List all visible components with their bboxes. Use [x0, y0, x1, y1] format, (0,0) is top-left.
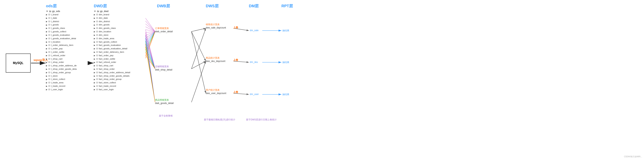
svg-line-25 [146, 44, 155, 69]
svg-line-36 [192, 28, 206, 31]
rpt-2: 抽结果 [282, 61, 289, 64]
dm-user: dm_user [250, 93, 259, 96]
dwd-tree-item: ▶⊞fact_goods_evaluation [94, 44, 130, 47]
dwd-tree-item: ▶⊞fact_goods_evaluation_detail [94, 47, 130, 50]
dwd-tree-item: ▶⊞fact_goods_collect [94, 40, 130, 44]
svg-line-18 [146, 31, 155, 55]
svg-line-7 [146, 24, 155, 31]
dwd-tree-item: ▶⊞fact_shop_order [94, 67, 130, 71]
dwd-items-container: ▶⊞dim_brand▶⊞dim_date▶⊞dim_district▶⊞dim… [94, 13, 130, 91]
dwd-layer-header: DWD层 [94, 3, 107, 8]
dm-note: 基于DWS层进行日期上卷统计 [246, 118, 277, 121]
svg-line-38 [192, 31, 206, 93]
svg-line-22 [146, 35, 155, 69]
dwd-tree-item: ▶⊞dim_location [94, 30, 130, 33]
dws-user-label: 用户统计宽表 [206, 88, 220, 92]
svg-line-24 [146, 41, 155, 69]
dwb-order-sublabel: dwb_order_detail [155, 30, 173, 33]
dwd-tree-item: ▶⊞fact_order_settle [94, 57, 130, 61]
dwd-tree-item: ▶⊞fact_refund_order [94, 61, 130, 64]
ods-tree-item: ▶⊞t_user_login [46, 88, 76, 91]
svg-line-41 [192, 61, 206, 102]
svg-line-23 [146, 38, 155, 69]
ods-tree-item: ▶⊞t_shop_order_group [46, 71, 76, 74]
svg-line-39 [192, 28, 206, 69]
svg-line-14 [146, 31, 155, 44]
dwb-goods-label: 商品明细宽表 [155, 98, 169, 102]
mysql-label: MySQL [13, 61, 23, 65]
svg-line-11 [146, 31, 155, 35]
dwd-tree-item: ▶⊞fact_store_collect [94, 81, 130, 84]
ods-tree-item: ▶⊞t_district [46, 20, 76, 23]
dwb-goods-sublabel: dwb_goods_detail [155, 102, 174, 105]
svg-line-27 [146, 50, 155, 69]
up-roll-3: 上卷 [233, 90, 238, 94]
svg-line-34 [146, 44, 155, 102]
svg-line-10 [146, 31, 155, 32]
sqoop-label: sqoop导入 [34, 58, 48, 62]
ods-tree-item: ▶⊞t_shop_order_address_de [46, 64, 76, 67]
watermark: CSDN©陈万进AllRi... [624, 155, 642, 158]
ods-tree-item: ▶⊞t_brand [46, 13, 76, 16]
dwd-tree-item: ▶⊞dim_goods_class [94, 26, 130, 30]
ods-tree-item: ▶⊞t_location [46, 40, 76, 44]
svg-line-35 [146, 47, 155, 102]
svg-line-33 [146, 41, 155, 102]
mysql-box: MySQL [6, 53, 31, 73]
ods-tree-item: ▶⊞t_shop_order [46, 61, 76, 64]
svg-line-5 [146, 18, 155, 31]
ods-tree-item: ▶⊞t_goods [46, 23, 76, 26]
dwd-tree-item: ▶⊞fact_trade_record [94, 84, 130, 88]
svg-line-12 [146, 31, 155, 38]
ods-tree-item: ▶⊞t_date [46, 16, 76, 20]
dws-sale-sublabel: dws_sale_daycount [206, 26, 226, 29]
ods-items-container: ▶⊞t_brand▶⊞t_date▶⊞t_district▶⊞t_goods▶⊞… [46, 13, 76, 91]
dwd-tree-title: ▼ 🗂 yp_dwd [94, 10, 130, 13]
ods-tree-title: ▼ 🗂 yp_ods [46, 10, 76, 13]
dwd-tree: ▼ 🗂 yp_dwd ▶⊞dim_brand▶⊞dim_date▶⊞dim_di… [94, 10, 130, 91]
ods-tree-item: ▶⊞t_store_collect [46, 78, 76, 81]
dws-sale-label: 销售统计宽表 [206, 23, 220, 26]
dwd-tree-item: ▶⊞fact_shop_order_group [94, 78, 130, 81]
rpt-layer-header: RPT层 [282, 3, 293, 8]
dwd-tree-item: ▶⊞dim_date [94, 16, 130, 20]
ods-tree-item: ▶⊞t_order_settle [46, 50, 76, 54]
svg-line-32 [146, 38, 155, 102]
svg-line-15 [146, 31, 155, 47]
dws-user-sublabel: dws_user_daycount [206, 92, 226, 95]
ods-tree: ▼ 🗂 yp_ods ▶⊞t_brand▶⊞t_date▶⊞t_district… [46, 10, 76, 91]
dwb-shop-label: 店铺明细宽表 [155, 65, 169, 68]
dwd-tree-item: ▶⊞fact_order_delievery_item [94, 50, 130, 54]
svg-line-28 [146, 53, 155, 69]
up-roll-1: 上卷 [233, 26, 238, 29]
rpt-3: 抽结果 [282, 93, 289, 96]
ods-tree-item: ▶⊞t_goods_evaluation [46, 33, 76, 37]
svg-line-13 [146, 31, 155, 41]
svg-line-8 [146, 27, 155, 31]
svg-line-6 [146, 21, 155, 31]
svg-line-9 [146, 30, 155, 31]
dwd-tree-item: ▶⊞dim_store [94, 33, 130, 37]
ods-layer-header: ods层 [46, 3, 57, 8]
dm-layer-header: DM层 [249, 3, 259, 8]
svg-line-29 [146, 55, 155, 69]
dwd-tree-item: ▶⊞fact_shop_order_address_detail [94, 71, 130, 74]
ods-root-label: yp_ods [52, 10, 60, 13]
business-note: 基于业务降维 [159, 114, 173, 118]
ods-tree-item: ▶⊞t_store [46, 74, 76, 78]
ods-tree-item: ▶⊞t_order_pay [46, 47, 76, 50]
svg-line-20 [146, 30, 155, 69]
ods-tree-item: ▶⊞t_shop_cart [46, 57, 76, 61]
dwb-layer-header: DWB层 [157, 3, 170, 8]
dws-layer-header: DWS层 [206, 3, 218, 8]
dwd-tree-item: ▶⊞fact_shop_cart [94, 64, 130, 67]
ods-tree-item: ▶⊞t_goods_evaluation_detai [46, 37, 76, 40]
dwd-tree-item: ▶⊞fact_user_login [94, 88, 130, 91]
ods-tree-item: ▶⊞t_shop_order_goods_deta [46, 67, 76, 71]
svg-line-26 [146, 47, 155, 69]
ods-tree-item: ▶⊞t_goods_class [46, 26, 76, 30]
ods-tree-item: ▶⊞t_order_delievery_item [46, 44, 76, 47]
dm-sku: dm_sku [250, 61, 258, 63]
dws-sku-sublabel: dws_sku_daycount [206, 60, 225, 62]
dwb-shop-sublabel: dwb_shop_detail [155, 68, 172, 71]
